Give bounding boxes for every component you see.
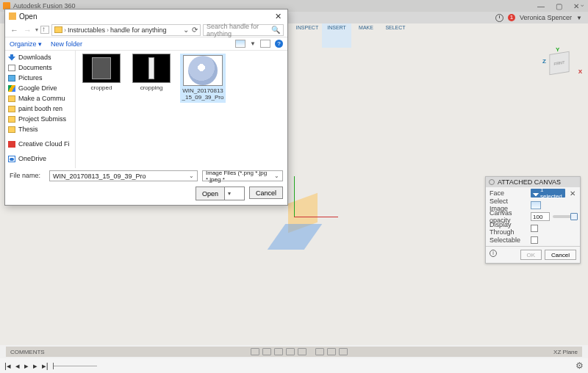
file-thumb[interactable]: cropping (130, 54, 173, 92)
timeline-next-button[interactable]: ▸ (33, 361, 37, 371)
breadcrumb-seg-2[interactable]: handle for anything (110, 26, 167, 34)
dialog-cancel-button[interactable]: Cancel (249, 186, 283, 199)
tree-label: Creative Cloud Fi (18, 140, 70, 148)
tree-google-drive[interactable]: Google Drive (5, 83, 75, 93)
nav-look-icon[interactable] (262, 348, 271, 355)
select-image-button[interactable] (531, 201, 541, 209)
user-name[interactable]: Veronica Spencer (520, 14, 572, 21)
timeline-prev-button[interactable]: ◂ (15, 361, 20, 371)
tree-onedrive[interactable]: OneDrive (5, 153, 75, 164)
file-list[interactable]: cropped cropping WIN_20170813_15_09_39_P… (76, 51, 287, 168)
tree-folder[interactable]: Thesis (5, 124, 75, 134)
tree-creative-cloud[interactable]: Creative Cloud Fi (5, 139, 75, 149)
dialog-filename-row: File name: WIN_20170813_15_09_39_Pro ⌄ I… (5, 168, 287, 184)
window-minimize-button[interactable]: — (532, 1, 550, 11)
tree-folder[interactable]: Make a Commu (5, 93, 75, 104)
open-button-split[interactable]: Open ▾ (196, 186, 245, 200)
nav-forward-button[interactable]: → (22, 26, 33, 35)
job-status-icon[interactable] (495, 14, 503, 22)
ribbon-insert[interactable]: INSERT (322, 23, 351, 48)
dialog-nav: ← → ▾ › Instructables › handle for anyth… (5, 23, 287, 37)
ribbon-select[interactable]: SELECT (381, 23, 410, 48)
ribbon-make[interactable]: MAKE (351, 23, 381, 48)
nav-zoom-icon[interactable] (286, 348, 295, 355)
filename-dropdown-icon[interactable]: ⌄ (189, 173, 194, 179)
new-folder-button[interactable]: New folder (51, 40, 82, 48)
viewcube[interactable]: FRNT Z Y X (548, 52, 576, 80)
dialog-title: Open (19, 12, 37, 21)
timeline-end-button[interactable]: ▸| (42, 361, 49, 371)
search-icon[interactable]: 🔍 (271, 26, 280, 34)
timeline-play-button[interactable]: ▸ (24, 361, 29, 371)
display-multi-icon[interactable] (327, 348, 336, 355)
pictures-icon (8, 75, 15, 82)
display-grid-icon[interactable] (315, 348, 324, 355)
breadcrumb-dropdown-icon[interactable]: ⌄ (183, 26, 189, 34)
panel-cancel-button[interactable]: Cancel (545, 250, 576, 260)
nav-history-caret-icon[interactable]: ▾ (35, 26, 38, 33)
file-thumb[interactable]: cropped (80, 54, 123, 92)
nav-pan-icon[interactable] (274, 348, 283, 355)
view-mode-picture-icon[interactable] (235, 40, 245, 48)
opacity-input[interactable]: 100 (531, 212, 550, 221)
tree-label: paint booth ren (18, 105, 62, 112)
filetype-select[interactable]: Image Files (*.png *.jpg *.jpeg * ⌄ (202, 170, 283, 181)
filename-input[interactable]: WIN_20170813_15_09_39_Pro ⌄ (49, 170, 198, 181)
breadcrumb-sep-icon: › (107, 26, 109, 34)
search-placeholder: Search handle for anything (207, 23, 268, 37)
breadcrumb[interactable]: › Instructables › handle for anything ⌄ … (51, 24, 201, 36)
panel-pin-icon[interactable] (489, 179, 495, 185)
dialog-folder-icon (9, 12, 16, 20)
open-button[interactable]: Open (196, 187, 225, 200)
tree-folder[interactable]: Project Submiss (5, 114, 75, 124)
tree-label: Project Submiss (18, 115, 66, 123)
timeline-start-button[interactable]: |◂ (4, 361, 11, 371)
timeline-settings-icon[interactable]: ⚙ (576, 361, 584, 371)
dialog-titlebar[interactable]: Open ✕ (5, 10, 287, 23)
face-label: Face (490, 189, 528, 197)
tree-label: Make a Commu (18, 95, 65, 102)
display-viewports-icon[interactable] (339, 348, 348, 355)
filetype-dropdown-icon[interactable]: ⌄ (274, 173, 279, 179)
panel-ok-button[interactable]: OK (520, 250, 542, 260)
notification-badge[interactable]: 1 (508, 14, 515, 21)
selectable-checkbox[interactable] (531, 236, 538, 244)
refresh-button[interactable]: ⟳ (192, 26, 198, 34)
dialog-close-button[interactable]: ✕ (273, 12, 284, 21)
tree-pictures[interactable]: Pictures (5, 73, 75, 83)
nav-up-button[interactable] (40, 26, 49, 34)
view-mode-caret-icon[interactable]: ▼ (250, 40, 256, 47)
face-selection-chip[interactable]: 1 selected (531, 189, 565, 198)
timeline-track[interactable] (53, 366, 97, 366)
tree-documents[interactable]: Documents (5, 62, 75, 73)
window-maximize-button[interactable]: ▢ (550, 1, 567, 11)
ribbon-select-label: SELECT (385, 25, 405, 30)
attached-canvas-panel: ATTACHED CANVAS Face 1 selected ✕ Select… (485, 176, 581, 264)
user-menu-caret-icon[interactable]: ▼ (576, 15, 582, 21)
view-mode-details-icon[interactable] (260, 40, 270, 48)
organize-menu[interactable]: Organize ▾ (10, 40, 42, 48)
nav-orbit-icon[interactable] (251, 348, 259, 355)
ribbon-overflow-icon[interactable]: ⌄ (579, 0, 585, 8)
file-thumb-selected[interactable]: WIN_20170813_15_09_39_Pro (180, 54, 226, 103)
opacity-slider[interactable] (553, 215, 576, 218)
dialog-help-icon[interactable]: ? (275, 40, 283, 48)
tree-downloads[interactable]: Downloads (5, 52, 75, 62)
nav-back-button[interactable]: ← (9, 26, 20, 35)
display-through-checkbox[interactable] (531, 225, 538, 232)
folder-tree[interactable]: Downloads Documents Pictures Google Driv… (5, 51, 76, 168)
clear-selection-button[interactable]: ✕ (568, 189, 577, 198)
comments-bar[interactable]: COMMENTS XZ Plane (6, 347, 582, 357)
breadcrumb-root-icon[interactable] (54, 26, 62, 33)
info-icon[interactable]: i (490, 250, 497, 257)
panel-header[interactable]: ATTACHED CANVAS (486, 177, 580, 187)
breadcrumb-sep-icon: › (64, 26, 66, 34)
viewcube-face[interactable]: FRNT (549, 51, 569, 76)
ribbon-inspect[interactable]: INSPECT (293, 23, 322, 48)
search-input[interactable]: Search handle for anything 🔍 (203, 24, 284, 36)
nav-fit-icon[interactable] (298, 348, 306, 355)
open-dropdown-icon[interactable]: ▾ (225, 187, 234, 200)
tree-folder[interactable]: paint booth ren (5, 104, 75, 114)
cursor-icon (533, 190, 539, 196)
breadcrumb-seg-1[interactable]: Instructables (68, 26, 105, 34)
